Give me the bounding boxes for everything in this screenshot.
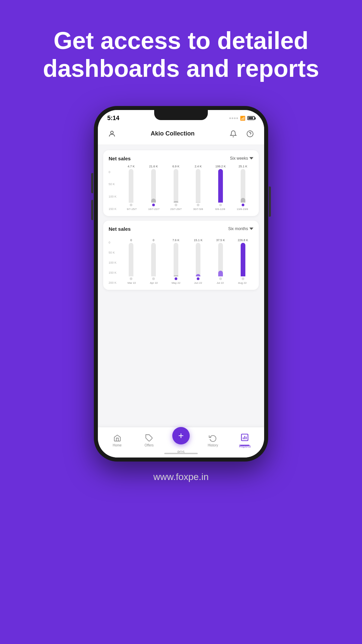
phone-frame: 5:14 📶 (94, 106, 268, 462)
svg-point-1 (247, 130, 253, 137)
bell-icon[interactable] (227, 128, 239, 140)
bar-item-active: 199.2 K (210, 165, 231, 206)
nav-active-indicator (240, 445, 249, 446)
phone-mockup: 5:14 📶 (0, 106, 362, 462)
status-time: 5:14 (107, 115, 119, 122)
nav-item-history[interactable]: History (197, 434, 229, 447)
x-labels-weekly: 9/7-15/7 16/7-22/7 23/7-29/7 30/7-5/8 6/… (121, 208, 253, 211)
bar-item: 0 (143, 238, 164, 280)
chart-title-weekly: Net sales (109, 156, 131, 161)
bars-weekly: 4.7 K (121, 166, 253, 206)
bar-item: 4.7 K (121, 165, 142, 206)
nav-label-home: Home (113, 443, 122, 447)
home-indicator (164, 453, 198, 454)
y-axis-weekly: 150 K 100 K 50 K 0 (109, 170, 121, 211)
bar-item: 0 (121, 238, 142, 280)
reports-icon (240, 433, 249, 442)
signal-icon (229, 117, 238, 119)
chart-card-weekly: Net sales Six weeks 150 K 100 K 50 K 0 (103, 150, 259, 216)
help-icon[interactable] (244, 128, 256, 140)
nav-item-offers[interactable]: Offers (133, 434, 165, 447)
chart-filter-weekly[interactable]: Six weeks (230, 156, 253, 161)
chart-title-monthly: Net sales (109, 226, 131, 232)
history-icon (209, 434, 217, 442)
wifi-icon: 📶 (240, 116, 245, 121)
bar-item: 6.9 K (165, 165, 186, 206)
footer-url: www.foxpe.in (0, 462, 362, 482)
header-title: Akio Collection (150, 130, 194, 137)
y-axis-monthly: 200 K 150 K 100 K 50 K 0 (109, 241, 121, 284)
bar-item: 25.1 K (232, 165, 253, 206)
status-icons: 📶 (229, 116, 255, 121)
bar-item: 15.1 K (188, 238, 209, 280)
hero-title: Get access to detailed dashboards and re… (0, 0, 362, 96)
phone-notch (154, 110, 208, 120)
bar-item: 37.5 K (210, 238, 231, 280)
svg-point-0 (111, 131, 113, 134)
nav-item-pos[interactable]: + POS (165, 427, 197, 454)
nav-item-reports[interactable]: Reports (229, 433, 261, 448)
home-icon (113, 434, 121, 442)
profile-icon[interactable] (106, 128, 118, 140)
phone-screen: 5:14 📶 (98, 110, 264, 458)
chart-header-weekly: Net sales Six weeks (109, 156, 253, 161)
chart-card-monthly: Net sales Six months 200 K 150 K 100 K 5… (103, 221, 259, 290)
bar-item: 21.6 K (143, 165, 164, 206)
bar-item: 7.6 K (165, 238, 186, 280)
app-header: Akio Collection (98, 124, 264, 145)
nav-label-offers: Offers (144, 443, 154, 447)
bars-monthly: 0 0 (121, 236, 253, 280)
x-labels-monthly: Mar 22 Apr 22 May 22 Jun 22 Jul 22 Aug 2… (121, 281, 253, 284)
nav-item-home[interactable]: Home (101, 434, 133, 447)
bar-item-active: 226.8 K (232, 238, 253, 280)
chart-filter-monthly[interactable]: Six months (228, 226, 253, 231)
chart-header-monthly: Net sales Six months (109, 226, 253, 232)
bar-item: 2.4 K (188, 165, 209, 206)
offers-icon (145, 434, 153, 442)
content-area: Net sales Six weeks 150 K 100 K 50 K 0 (98, 145, 264, 439)
battery-icon (247, 116, 255, 120)
nav-label-history: History (208, 443, 218, 447)
pos-fab-button[interactable]: + (172, 427, 190, 444)
